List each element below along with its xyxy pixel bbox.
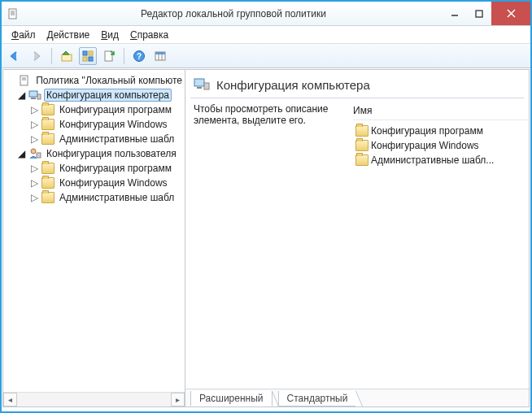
scroll-left-button[interactable]: ◂ [3, 393, 17, 406]
blank [7, 76, 16, 85]
folder-icon [41, 104, 55, 115]
svg-rect-23 [29, 91, 37, 97]
svg-point-26 [31, 149, 36, 154]
expand-icon[interactable]: ▷ [29, 120, 39, 129]
details-body: Чтобы просмотреть описание элемента, выд… [185, 98, 529, 389]
tree-root[interactable]: Политика "Локальный компьюте [3, 73, 185, 88]
folder-icon [41, 192, 55, 203]
collapse-icon[interactable]: ◢ [16, 90, 26, 100]
content: Политика "Локальный компьюте ◢ Конфигура… [2, 69, 530, 407]
tree-label: Административные шабл [57, 191, 177, 204]
expand-icon[interactable]: ▷ [29, 193, 39, 202]
app-icon [7, 7, 20, 20]
list-item[interactable]: Конфигурация программ [353, 124, 529, 138]
tree-item[interactable]: ▷ Административные шабл [3, 190, 185, 205]
tree-item[interactable]: ▷ Административные шабл [3, 132, 185, 146]
list-item[interactable]: Административные шабл... [353, 153, 529, 167]
tree-label: Конфигурация пользователя [44, 147, 179, 160]
svg-rect-11 [83, 57, 87, 61]
expand-icon[interactable]: ▷ [29, 134, 39, 144]
minimize-button[interactable] [443, 2, 467, 25]
details-header: Конфигурация компьютера [185, 70, 529, 98]
tree-pane: Политика "Локальный компьюте ◢ Конфигура… [3, 70, 185, 406]
svg-rect-5 [476, 11, 482, 17]
tree-label: Конфигурация Windows [57, 176, 170, 189]
help-button[interactable]: ? [130, 47, 148, 65]
svg-rect-27 [37, 153, 41, 158]
svg-text:?: ? [137, 52, 142, 61]
tree-item[interactable]: ▷ Конфигурация Windows [3, 117, 185, 132]
maximize-button[interactable] [467, 2, 491, 25]
tree-item[interactable]: ▷ Конфигурация Windows [3, 176, 185, 190]
tree-item[interactable]: ▷ Конфигурация программ [3, 161, 185, 176]
menu-file[interactable]: Файл [7, 28, 41, 42]
list-item-label: Административные шабл... [371, 154, 494, 166]
folder-icon [41, 119, 55, 130]
folder-icon [41, 133, 55, 145]
svg-rect-9 [83, 51, 87, 55]
description-text: Чтобы просмотреть описание элемента, выд… [194, 103, 353, 389]
tree-item[interactable]: ▷ Конфигурация программ [3, 102, 185, 117]
svg-rect-10 [89, 51, 93, 55]
filter-button[interactable] [151, 47, 169, 65]
toolbar: ? [2, 44, 530, 68]
tabs: Расширенный Стандартный [185, 389, 529, 406]
scroll-right-button[interactable]: ▸ [171, 393, 185, 406]
svg-rect-28 [194, 79, 204, 86]
tree-label: Политика "Локальный компьюте [33, 74, 185, 87]
menu-action[interactable]: Действие [42, 28, 95, 42]
close-button[interactable] [491, 2, 530, 25]
svg-rect-24 [31, 98, 36, 99]
tab-slope [272, 391, 278, 406]
tree-label: Конфигурация Windows [57, 118, 170, 131]
window: Редактор локальной групповой политики Фа… [1, 1, 531, 412]
column-header-name[interactable]: Имя [353, 103, 529, 120]
tree[interactable]: Политика "Локальный компьюте ◢ Конфигура… [3, 70, 185, 392]
svg-rect-25 [37, 94, 41, 99]
tab-extended[interactable]: Расширенный [190, 391, 273, 406]
tab-slope [355, 391, 362, 406]
refresh-button[interactable] [100, 47, 118, 65]
menu-help[interactable]: Справка [125, 28, 173, 42]
svg-rect-8 [62, 54, 72, 61]
menubar: Файл Действие Вид Справка [2, 26, 530, 44]
expand-icon[interactable]: ▷ [29, 178, 39, 188]
folder-icon [41, 163, 55, 174]
tree-computer-config[interactable]: ◢ Конфигурация компьютера [3, 88, 185, 102]
tree-user-config[interactable]: ◢ Конфигурация пользователя [3, 146, 185, 161]
expand-icon[interactable]: ▷ [29, 105, 39, 115]
back-button[interactable] [7, 47, 24, 65]
tab-standard[interactable]: Стандартный [278, 391, 357, 406]
tree-label: Конфигурация программ [57, 103, 174, 116]
list-item[interactable]: Конфигурация Windows [353, 138, 529, 153]
list-item-label: Конфигурация Windows [371, 140, 479, 151]
toolbar-separator [124, 48, 124, 64]
expand-icon[interactable]: ▷ [29, 163, 39, 173]
details-pane: Конфигурация компьютера Чтобы просмотрет… [185, 70, 529, 406]
horizontal-scrollbar[interactable]: ◂ ▸ [3, 392, 185, 406]
window-controls [443, 2, 530, 25]
up-button[interactable] [58, 47, 76, 65]
svg-rect-13 [105, 51, 112, 61]
statusbar [2, 408, 530, 411]
tree-label: Конфигурация программ [57, 162, 174, 175]
properties-button[interactable] [79, 47, 97, 65]
details-title: Конфигурация компьютера [216, 78, 370, 92]
computer-icon [194, 76, 210, 93]
folder-icon [355, 125, 368, 137]
svg-rect-17 [155, 52, 165, 54]
forward-button[interactable] [28, 47, 46, 65]
list-item-label: Конфигурация программ [371, 125, 483, 137]
svg-rect-29 [197, 87, 202, 89]
user-icon [28, 147, 41, 160]
policy-icon [19, 74, 32, 87]
list-view[interactable]: Имя Конфигурация программ Конфигурация W… [353, 103, 529, 389]
folder-icon [355, 154, 368, 166]
menu-view[interactable]: Вид [96, 28, 124, 42]
collapse-icon[interactable]: ◢ [16, 149, 26, 159]
folder-icon [41, 177, 55, 189]
tree-label: Административные шабл [57, 133, 177, 146]
svg-rect-0 [9, 9, 16, 19]
titlebar[interactable]: Редактор локальной групповой политики [2, 2, 530, 26]
computer-icon [28, 89, 41, 102]
